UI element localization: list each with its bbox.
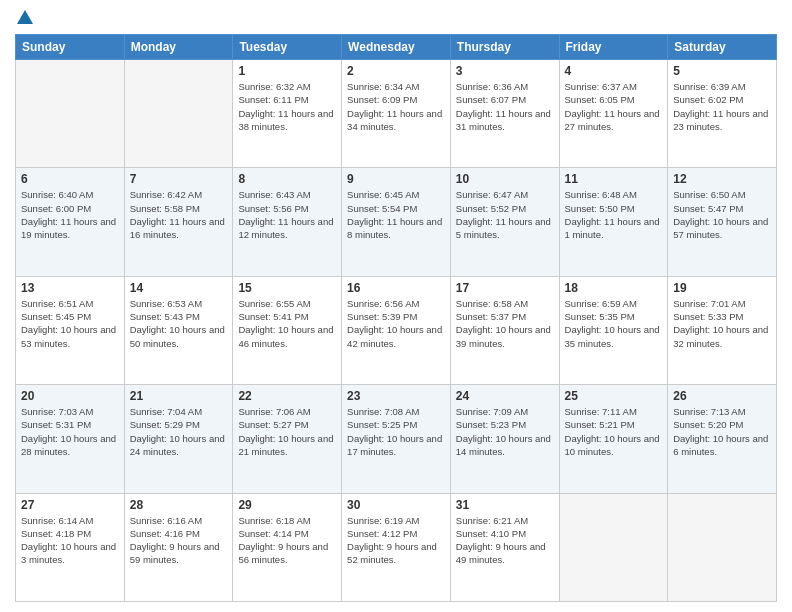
day-info: Sunrise: 6:51 AM Sunset: 5:45 PM Dayligh… — [21, 297, 119, 350]
calendar-cell: 25Sunrise: 7:11 AM Sunset: 5:21 PM Dayli… — [559, 385, 668, 493]
day-number: 6 — [21, 172, 119, 186]
calendar-cell: 14Sunrise: 6:53 AM Sunset: 5:43 PM Dayli… — [124, 276, 233, 384]
calendar-cell: 9Sunrise: 6:45 AM Sunset: 5:54 PM Daylig… — [342, 168, 451, 276]
day-number: 22 — [238, 389, 336, 403]
calendar-cell: 24Sunrise: 7:09 AM Sunset: 5:23 PM Dayli… — [450, 385, 559, 493]
day-info: Sunrise: 6:56 AM Sunset: 5:39 PM Dayligh… — [347, 297, 445, 350]
day-info: Sunrise: 6:53 AM Sunset: 5:43 PM Dayligh… — [130, 297, 228, 350]
calendar-week-row: 1Sunrise: 6:32 AM Sunset: 6:11 PM Daylig… — [16, 60, 777, 168]
day-number: 13 — [21, 281, 119, 295]
day-info: Sunrise: 7:04 AM Sunset: 5:29 PM Dayligh… — [130, 405, 228, 458]
calendar-cell — [124, 60, 233, 168]
calendar-cell: 31Sunrise: 6:21 AM Sunset: 4:10 PM Dayli… — [450, 493, 559, 601]
calendar-cell: 18Sunrise: 6:59 AM Sunset: 5:35 PM Dayli… — [559, 276, 668, 384]
day-number: 31 — [456, 498, 554, 512]
day-info: Sunrise: 6:21 AM Sunset: 4:10 PM Dayligh… — [456, 514, 554, 567]
day-info: Sunrise: 6:18 AM Sunset: 4:14 PM Dayligh… — [238, 514, 336, 567]
calendar-cell — [668, 493, 777, 601]
day-info: Sunrise: 6:47 AM Sunset: 5:52 PM Dayligh… — [456, 188, 554, 241]
calendar-cell: 15Sunrise: 6:55 AM Sunset: 5:41 PM Dayli… — [233, 276, 342, 384]
day-info: Sunrise: 6:50 AM Sunset: 5:47 PM Dayligh… — [673, 188, 771, 241]
calendar-cell: 28Sunrise: 6:16 AM Sunset: 4:16 PM Dayli… — [124, 493, 233, 601]
day-info: Sunrise: 6:19 AM Sunset: 4:12 PM Dayligh… — [347, 514, 445, 567]
day-number: 26 — [673, 389, 771, 403]
day-info: Sunrise: 7:01 AM Sunset: 5:33 PM Dayligh… — [673, 297, 771, 350]
day-info: Sunrise: 6:32 AM Sunset: 6:11 PM Dayligh… — [238, 80, 336, 133]
calendar-cell: 6Sunrise: 6:40 AM Sunset: 6:00 PM Daylig… — [16, 168, 125, 276]
weekday-header-friday: Friday — [559, 35, 668, 60]
calendar-cell: 8Sunrise: 6:43 AM Sunset: 5:56 PM Daylig… — [233, 168, 342, 276]
day-info: Sunrise: 6:16 AM Sunset: 4:16 PM Dayligh… — [130, 514, 228, 567]
calendar-cell — [16, 60, 125, 168]
calendar-week-row: 13Sunrise: 6:51 AM Sunset: 5:45 PM Dayli… — [16, 276, 777, 384]
day-number: 3 — [456, 64, 554, 78]
day-info: Sunrise: 7:03 AM Sunset: 5:31 PM Dayligh… — [21, 405, 119, 458]
day-number: 9 — [347, 172, 445, 186]
day-number: 5 — [673, 64, 771, 78]
day-number: 20 — [21, 389, 119, 403]
day-info: Sunrise: 7:06 AM Sunset: 5:27 PM Dayligh… — [238, 405, 336, 458]
day-info: Sunrise: 6:40 AM Sunset: 6:00 PM Dayligh… — [21, 188, 119, 241]
day-info: Sunrise: 6:37 AM Sunset: 6:05 PM Dayligh… — [565, 80, 663, 133]
weekday-header-wednesday: Wednesday — [342, 35, 451, 60]
calendar-cell — [559, 493, 668, 601]
calendar-cell: 12Sunrise: 6:50 AM Sunset: 5:47 PM Dayli… — [668, 168, 777, 276]
calendar-week-row: 6Sunrise: 6:40 AM Sunset: 6:00 PM Daylig… — [16, 168, 777, 276]
calendar-cell: 10Sunrise: 6:47 AM Sunset: 5:52 PM Dayli… — [450, 168, 559, 276]
calendar-cell: 22Sunrise: 7:06 AM Sunset: 5:27 PM Dayli… — [233, 385, 342, 493]
calendar-cell: 2Sunrise: 6:34 AM Sunset: 6:09 PM Daylig… — [342, 60, 451, 168]
day-info: Sunrise: 6:42 AM Sunset: 5:58 PM Dayligh… — [130, 188, 228, 241]
day-info: Sunrise: 6:43 AM Sunset: 5:56 PM Dayligh… — [238, 188, 336, 241]
calendar-cell: 19Sunrise: 7:01 AM Sunset: 5:33 PM Dayli… — [668, 276, 777, 384]
day-number: 19 — [673, 281, 771, 295]
logo-triangle-icon — [17, 10, 33, 24]
day-info: Sunrise: 6:36 AM Sunset: 6:07 PM Dayligh… — [456, 80, 554, 133]
calendar-cell: 27Sunrise: 6:14 AM Sunset: 4:18 PM Dayli… — [16, 493, 125, 601]
calendar-cell: 5Sunrise: 6:39 AM Sunset: 6:02 PM Daylig… — [668, 60, 777, 168]
calendar-cell: 23Sunrise: 7:08 AM Sunset: 5:25 PM Dayli… — [342, 385, 451, 493]
calendar-cell: 21Sunrise: 7:04 AM Sunset: 5:29 PM Dayli… — [124, 385, 233, 493]
day-number: 18 — [565, 281, 663, 295]
calendar-cell: 7Sunrise: 6:42 AM Sunset: 5:58 PM Daylig… — [124, 168, 233, 276]
weekday-header-row: SundayMondayTuesdayWednesdayThursdayFrid… — [16, 35, 777, 60]
day-info: Sunrise: 6:55 AM Sunset: 5:41 PM Dayligh… — [238, 297, 336, 350]
day-info: Sunrise: 6:58 AM Sunset: 5:37 PM Dayligh… — [456, 297, 554, 350]
day-number: 16 — [347, 281, 445, 295]
day-info: Sunrise: 6:59 AM Sunset: 5:35 PM Dayligh… — [565, 297, 663, 350]
day-info: Sunrise: 6:39 AM Sunset: 6:02 PM Dayligh… — [673, 80, 771, 133]
calendar-table: SundayMondayTuesdayWednesdayThursdayFrid… — [15, 34, 777, 602]
day-info: Sunrise: 6:45 AM Sunset: 5:54 PM Dayligh… — [347, 188, 445, 241]
weekday-header-monday: Monday — [124, 35, 233, 60]
calendar-cell: 4Sunrise: 6:37 AM Sunset: 6:05 PM Daylig… — [559, 60, 668, 168]
day-number: 25 — [565, 389, 663, 403]
day-number: 14 — [130, 281, 228, 295]
page: SundayMondayTuesdayWednesdayThursdayFrid… — [0, 0, 792, 612]
day-number: 17 — [456, 281, 554, 295]
weekday-header-tuesday: Tuesday — [233, 35, 342, 60]
day-number: 2 — [347, 64, 445, 78]
day-number: 10 — [456, 172, 554, 186]
weekday-header-sunday: Sunday — [16, 35, 125, 60]
calendar-cell: 20Sunrise: 7:03 AM Sunset: 5:31 PM Dayli… — [16, 385, 125, 493]
weekday-header-thursday: Thursday — [450, 35, 559, 60]
calendar-cell: 26Sunrise: 7:13 AM Sunset: 5:20 PM Dayli… — [668, 385, 777, 493]
day-info: Sunrise: 7:09 AM Sunset: 5:23 PM Dayligh… — [456, 405, 554, 458]
day-info: Sunrise: 7:13 AM Sunset: 5:20 PM Dayligh… — [673, 405, 771, 458]
day-number: 30 — [347, 498, 445, 512]
day-info: Sunrise: 7:08 AM Sunset: 5:25 PM Dayligh… — [347, 405, 445, 458]
day-number: 1 — [238, 64, 336, 78]
day-number: 21 — [130, 389, 228, 403]
calendar-week-row: 20Sunrise: 7:03 AM Sunset: 5:31 PM Dayli… — [16, 385, 777, 493]
day-number: 11 — [565, 172, 663, 186]
day-info: Sunrise: 6:34 AM Sunset: 6:09 PM Dayligh… — [347, 80, 445, 133]
calendar-cell: 13Sunrise: 6:51 AM Sunset: 5:45 PM Dayli… — [16, 276, 125, 384]
day-number: 8 — [238, 172, 336, 186]
calendar-cell: 17Sunrise: 6:58 AM Sunset: 5:37 PM Dayli… — [450, 276, 559, 384]
day-number: 4 — [565, 64, 663, 78]
calendar-cell: 16Sunrise: 6:56 AM Sunset: 5:39 PM Dayli… — [342, 276, 451, 384]
header — [15, 10, 777, 26]
day-number: 28 — [130, 498, 228, 512]
logo — [15, 10, 33, 26]
weekday-header-saturday: Saturday — [668, 35, 777, 60]
day-number: 23 — [347, 389, 445, 403]
